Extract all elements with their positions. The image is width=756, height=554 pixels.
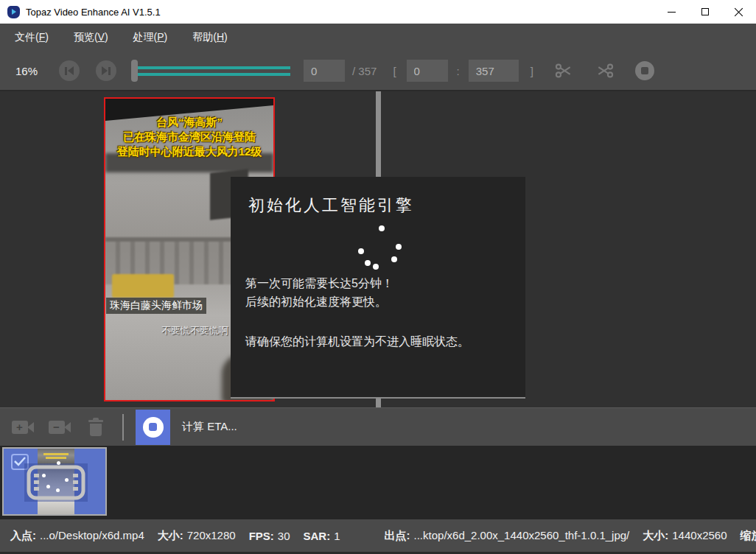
dialog-line-2: 后续的初始化速度将更快。 (245, 292, 469, 311)
menu-process[interactable]: 处理(P) (129, 28, 172, 47)
skip-to-start-button[interactable] (59, 60, 80, 81)
dialog-line-3: 请确保您的计算机设置为不进入睡眠状态。 (245, 332, 469, 351)
video-headline-text: 台风“海高斯” 已在珠海市金湾区沿海登陆 登陆时中心附近最大风力12级 (105, 115, 273, 159)
dialog-line-1: 第一次可能需要长达5分钟！ (245, 274, 469, 292)
dialog-body-text: 第一次可能需要长达5分钟！ 后续的初始化速度将更快。 请确保您的计算机设置为不进… (245, 274, 469, 351)
stop-processing-icon (143, 417, 164, 438)
trim-start-input[interactable] (407, 60, 448, 82)
menu-process-mnemonic: P (157, 31, 164, 43)
title-bar: Topaz Video Enhance AI V1.5.1 (0, 0, 756, 24)
skip-to-end-button[interactable] (96, 60, 116, 81)
delete-video-button[interactable] (87, 418, 105, 437)
window-controls (654, 0, 756, 24)
menu-preview-mnemonic: V (98, 31, 105, 43)
init-ai-engine-dialog: 初始化人工智能引擎 第一次可能需要长达5分钟！ 后续的初始化速度将更快。 请确保… (231, 177, 525, 399)
stop-icon (641, 67, 648, 74)
menu-preview-label: 预览( (74, 31, 98, 43)
menu-file-mnemonic: F (39, 31, 46, 43)
trim-bracket-open: [ (393, 65, 396, 77)
current-frame-input[interactable] (304, 60, 345, 82)
thumbnail-strip (0, 446, 756, 519)
status-output-size: 大小:1440x2560 (643, 529, 727, 543)
status-sar: SAR:1 (304, 530, 340, 542)
video-caption-location: 珠海白藤头海鲜市场 (106, 298, 206, 314)
scissors-split-icon (594, 61, 616, 80)
scissors-icon (553, 61, 575, 80)
stop-processing-button[interactable] (136, 410, 170, 445)
menu-file-label: 文件( (15, 31, 39, 43)
seek-slider[interactable] (131, 60, 290, 82)
playback-toolbar: 16% / 357 [ : ] (0, 52, 756, 91)
close-icon (735, 7, 743, 16)
remove-video-button[interactable]: − (49, 420, 71, 435)
preview-area: 台风“海高斯” 已在珠海市金湾区沿海登陆 登陆时中心附近最大风力12级 珠海白藤… (0, 91, 756, 407)
menu-preview-close: ) (105, 31, 108, 43)
add-video-button[interactable]: + (12, 420, 34, 435)
zoom-level-label: 16% (10, 65, 43, 77)
menu-preview[interactable]: 预览(V) (69, 28, 113, 47)
menu-file[interactable]: 文件(F) (10, 28, 53, 47)
maximize-button[interactable] (688, 0, 722, 24)
trim-colon: : (457, 65, 460, 77)
minimize-button[interactable] (654, 0, 688, 24)
menu-help-close: ) (224, 31, 228, 43)
menu-bar: 文件(F) 预览(V) 处理(P) 帮助(H) (0, 24, 756, 52)
menu-process-close: ) (164, 31, 168, 43)
video-scene-shape (112, 274, 174, 298)
status-input-size: 大小:720x1280 (158, 529, 236, 543)
skip-end-icon (102, 66, 111, 75)
menu-help[interactable]: 帮助(H) (188, 28, 231, 47)
video-caption-speech: 不要慌不要慌啊 (161, 324, 228, 337)
status-bar: 入点:...o/Desktop/x6d.mp4 大小:720x1280 FPS:… (0, 519, 756, 554)
trim-end-input[interactable] (469, 60, 519, 82)
menu-help-label: 帮助( (192, 31, 217, 43)
status-fps: FPS:30 (249, 530, 290, 542)
status-scale: 缩放:200% (741, 529, 756, 543)
app-logo-icon (7, 6, 20, 18)
menu-help-mnemonic: H (217, 31, 224, 43)
stop-preview-button[interactable] (635, 61, 654, 80)
video-thumbnail-selected[interactable] (2, 447, 107, 516)
trim-bracket-close: ] (531, 65, 533, 77)
close-button[interactable] (722, 0, 756, 24)
trim-cut-button[interactable] (553, 61, 575, 80)
trash-icon (88, 420, 103, 422)
window-title: Topaz Video Enhance AI V1.5.1 (26, 7, 161, 18)
film-frame-icon (24, 463, 88, 502)
total-frames-label: / 357 (352, 65, 377, 77)
seek-slider-track[interactable] (137, 66, 290, 76)
menu-file-close: ) (45, 31, 49, 43)
trim-split-button[interactable] (594, 61, 616, 80)
maximize-icon (701, 8, 709, 15)
process-toolbar: + − 计算 ETA... (0, 407, 756, 446)
seek-slider-handle[interactable] (131, 60, 138, 82)
menu-process-label: 处理( (133, 31, 158, 43)
status-out-point: 出点:...ktop/x6d_2.00x_1440x2560_thf-1.0.1… (385, 529, 630, 543)
eta-status-label: 计算 ETA... (182, 420, 237, 434)
toolbar-divider (122, 414, 124, 441)
minimize-icon (668, 12, 676, 13)
status-in-point: 入点:...o/Desktop/x6d.mp4 (10, 529, 144, 543)
skip-start-icon (65, 66, 74, 75)
processing-overlay (24, 463, 88, 502)
